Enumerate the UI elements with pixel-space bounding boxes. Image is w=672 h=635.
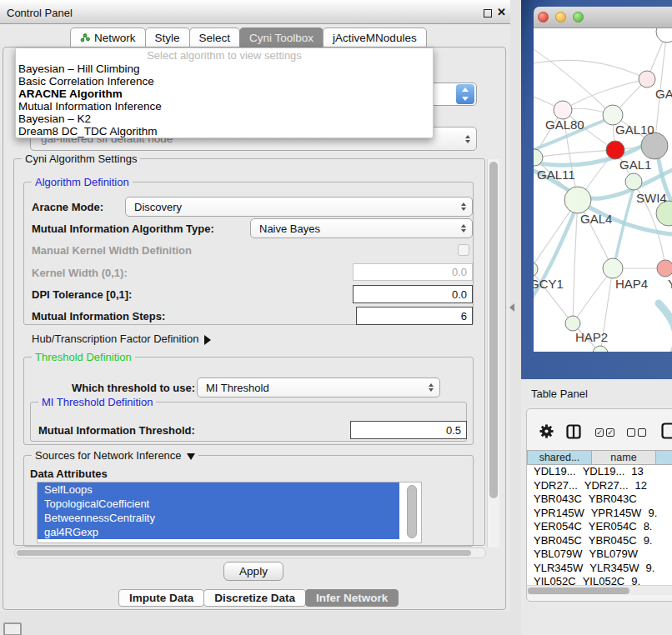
algorithm-option-dream8-dc-tdc-algorithm[interactable]: Dream8 DC_TDC Algorithm — [16, 125, 433, 138]
table-row[interactable]: YBR045CYBR045C9. — [527, 534, 672, 548]
attribute-option-gal4rgexp[interactable]: gal4RGexp — [38, 525, 399, 539]
column-header-shared[interactable]: shared... — [527, 450, 592, 465]
table-cell[interactable]: 13 — [624, 465, 672, 479]
table-row[interactable]: YPR145WYPR145W9. — [527, 507, 672, 521]
node-top-right[interactable] — [656, 28, 672, 42]
table-cell[interactable]: 12 — [629, 479, 672, 493]
tab-style[interactable]: Style — [145, 28, 190, 48]
attribute-option-topologicalcoefficient[interactable]: TopologicalCoefficient — [38, 497, 399, 511]
column-header-blank[interactable] — [655, 450, 672, 465]
table-horizontal-scrollbar-thumb[interactable] — [528, 588, 629, 594]
table-cell[interactable]: YDL19... — [527, 465, 576, 479]
spinner-icon — [429, 383, 434, 392]
table-cell[interactable]: YIL052C — [527, 575, 576, 585]
sources-toggle[interactable]: Sources for Network Inference — [32, 449, 198, 462]
table-cell[interactable]: YBL079W — [527, 548, 583, 562]
split-pane-collapse-icon[interactable] — [509, 303, 514, 312]
attribute-option-selfloops[interactable]: SelfLoops — [38, 482, 399, 497]
network-tab-icon — [80, 32, 90, 42]
dpi-tolerance-field[interactable]: 0.0 — [353, 285, 473, 303]
node-swi4[interactable] — [625, 173, 642, 190]
aracne-mode-combo[interactable]: Discovery — [125, 197, 473, 217]
table-row[interactable]: YBR043CYBR043C — [527, 492, 672, 507]
table-row[interactable]: YDR27...YDR27...12 — [527, 479, 672, 493]
table-cell[interactable]: YBL079W — [583, 548, 639, 562]
table-cell[interactable]: 9. — [637, 534, 672, 548]
gear-icon[interactable] — [539, 423, 554, 442]
table-row[interactable]: YIL052CYIL052C9. — [527, 575, 672, 585]
node-hap2[interactable] — [565, 316, 580, 331]
data-attributes-label: Data Attributes — [30, 468, 108, 480]
table-cell[interactable]: YPR145W — [584, 507, 642, 521]
close-traffic-light-icon[interactable] — [538, 12, 549, 22]
tab-cyni-toolbox[interactable]: Cyni Toolbox — [239, 28, 323, 48]
table-cell[interactable]: 9. — [641, 507, 672, 521]
attribute-option-betweennesscentrality[interactable]: BetweennessCentrality — [38, 511, 399, 525]
tab-select[interactable]: Select — [189, 28, 241, 48]
mi-type-combo[interactable]: Naive Bayes — [250, 218, 473, 238]
algorithm-option-basic-correlation-inference[interactable]: Basic Correlation Inference — [16, 75, 433, 88]
table-row[interactable]: YDL19...YDL19...13 — [527, 465, 672, 479]
tab-discretize-data[interactable]: Discretize Data — [203, 589, 306, 607]
control-panel-titlebar[interactable]: Control Panel ✕ — [0, 2, 510, 24]
hub-definition-toggle[interactable]: Hub/Transcription Factor Definition — [32, 332, 211, 345]
column-header-name[interactable]: name — [591, 450, 656, 465]
node-gcy1[interactable] — [534, 262, 538, 277]
deselect-all-columns-icon[interactable] — [627, 428, 646, 437]
table-cell[interactable]: YLR345W — [527, 562, 583, 576]
table-row[interactable]: YBL079WYBL079W — [527, 548, 672, 562]
node-gal-partial[interactable] — [639, 71, 655, 88]
settings-vertical-scrollbar-thumb[interactable] — [489, 162, 498, 498]
node-salmon[interactable] — [657, 260, 672, 277]
tab-jactivemnodules[interactable]: jActiveMNodules — [323, 28, 427, 48]
which-threshold-combo[interactable]: MI Threshold — [197, 378, 440, 398]
table-cell[interactable]: YLR345W — [583, 562, 639, 576]
network-canvas[interactable]: GALGAL80GAL10GAL1GAL11SWI4GAL4GCY1HAP4YH… — [534, 28, 672, 352]
table-row[interactable]: YER054CYER054C8. — [527, 520, 672, 534]
table-cell[interactable]: YPR145W — [527, 507, 584, 521]
tab-network[interactable]: Network — [70, 28, 146, 48]
tab-infer-network[interactable]: Infer Network — [305, 589, 399, 607]
table-cell[interactable]: 9. — [624, 575, 672, 585]
table-cell[interactable]: YBR045C — [527, 534, 582, 548]
node-gal1[interactable] — [606, 141, 624, 159]
table-cell[interactable]: YDR27... — [578, 479, 629, 493]
table-cell[interactable]: YBR043C — [527, 492, 582, 507]
table-cell[interactable]: YER054C — [582, 520, 637, 534]
close-icon[interactable]: ✕ — [497, 6, 506, 18]
minimize-traffic-light-icon[interactable] — [555, 12, 566, 22]
table-row[interactable]: YLR345WYLR345W9. — [527, 562, 672, 576]
node-gal80[interactable] — [554, 101, 572, 119]
columns-icon[interactable] — [566, 424, 581, 442]
float-window-icon[interactable] — [484, 9, 492, 18]
network-window-titlebar[interactable] — [534, 7, 672, 28]
data-attributes-list[interactable]: SelfLoopsTopologicalCoefficientBetweenne… — [37, 482, 422, 543]
table-cell[interactable]: YDL19... — [576, 465, 625, 479]
table-cell[interactable]: YBR043C — [582, 492, 637, 507]
mi-threshold-field[interactable]: 0.5 — [350, 421, 467, 439]
table-cell[interactable]: YDR27... — [527, 479, 578, 493]
select-all-columns-icon[interactable]: ✓ ✓ — [595, 428, 614, 437]
table-cell[interactable]: YBR045C — [582, 534, 637, 548]
node-gal4[interactable] — [564, 187, 591, 213]
table-cell[interactable] — [638, 548, 672, 562]
zoom-traffic-light-icon[interactable] — [573, 12, 584, 22]
floating-panel-chip[interactable] — [3, 622, 22, 635]
inference-algorithm-combo-fragment[interactable] — [427, 82, 477, 106]
settings-horizontal-scrollbar-thumb[interactable] — [17, 550, 471, 556]
table-cell[interactable]: 9. — [639, 562, 672, 576]
mi-steps-field[interactable]: 6 — [356, 307, 473, 325]
table-cell[interactable]: YER054C — [527, 520, 582, 534]
node-hap4[interactable] — [603, 258, 623, 278]
algorithm-option-mutual-information-inference[interactable]: Mutual Information Inference — [16, 100, 433, 112]
table-cell[interactable] — [637, 492, 672, 507]
partial-toolbar-icon[interactable] — [661, 422, 672, 443]
table-cell[interactable]: YIL052C — [576, 575, 625, 585]
apply-button[interactable]: Apply — [223, 562, 283, 581]
tab-impute-data[interactable]: Impute Data — [118, 589, 204, 607]
algorithm-option-bayesian-k2[interactable]: Bayesian – K2 — [16, 112, 433, 125]
table-cell[interactable]: 8. — [637, 520, 672, 534]
attributes-scrollbar-thumb[interactable] — [407, 485, 417, 538]
algorithm-option-aracne-algorithm[interactable]: ARACNE Algorithm — [16, 88, 433, 100]
algorithm-option-bayesian-hill-climbing[interactable]: Bayesian – Hill Climbing — [16, 62, 433, 75]
